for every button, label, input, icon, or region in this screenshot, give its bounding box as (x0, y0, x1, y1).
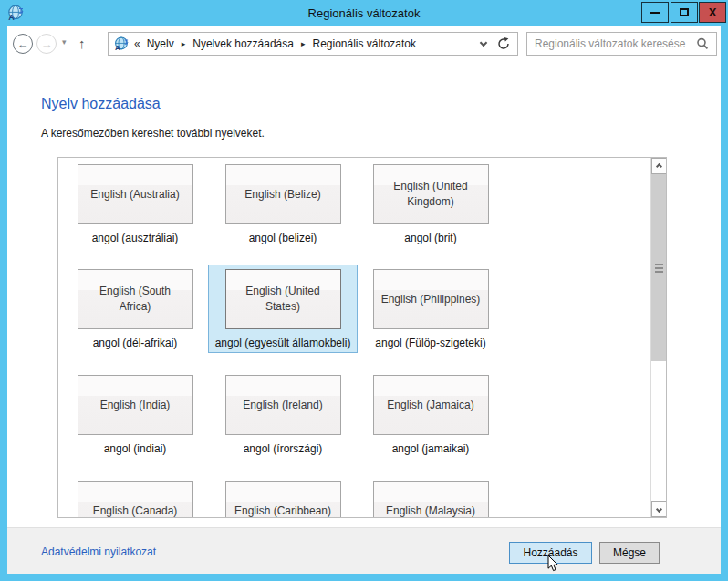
language-tile-label: English (United Kingdom) (380, 179, 483, 210)
forward-button[interactable]: → (36, 34, 57, 54)
language-caption: angol (írországi) (208, 442, 358, 455)
language-tile-label: English (Belize) (244, 187, 320, 202)
window-border-bottom (0, 574, 728, 581)
language-tile-label: English (India) (100, 398, 171, 413)
language-tile[interactable]: English (United Kingdom) (373, 164, 489, 224)
language-caption: angol (Fülöp-szigeteki) (356, 337, 505, 349)
language-tile[interactable]: English (Ireland) (225, 375, 341, 435)
language-cell[interactable]: English (United Kingdom)angol (brit) (356, 160, 505, 248)
page-title: Nyelv hozzáadása (41, 96, 161, 112)
language-cell[interactable]: English (Ireland)angol (írországi) (208, 370, 358, 459)
window-title: Regionális változatok (0, 0, 728, 26)
language-tile-label: English (Ireland) (243, 398, 322, 413)
language-tile-label: English (Caribbean) (234, 503, 331, 518)
language-tile-label: English (Malaysia) (386, 503, 475, 518)
language-caption: angol (egyesült államokbeli) (209, 337, 357, 349)
maximize-icon (680, 8, 689, 16)
language-cell[interactable]: English (Malaysia) (356, 476, 505, 518)
scrollbar-grip-icon (655, 271, 663, 273)
language-cell[interactable]: English (Canada) (60, 476, 210, 518)
language-caption: angol (ausztráliai) (60, 232, 210, 244)
language-caption: angol (belizei) (208, 232, 358, 244)
chevron-down-icon (656, 505, 662, 512)
language-caption: angol (brit) (356, 232, 505, 244)
window-border-right (721, 26, 728, 581)
language-cell[interactable]: English (Caribbean) (208, 476, 358, 518)
dialog-window: A Regionális változatok X ← → ▾ ↑ A « Ny… (0, 0, 728, 581)
language-tile-label: English (Australia) (90, 187, 179, 202)
breadcrumb-item-nyelvek-hozzaadasa[interactable]: Nyelvek hozzáadása (192, 37, 294, 50)
scroll-down-button[interactable] (651, 501, 667, 517)
privacy-statement-link[interactable]: Adatvédelmi nyilatkozat (41, 545, 156, 558)
language-tile-label: English (South Africa) (84, 284, 187, 315)
language-caption: angol (dél-afrikai) (60, 337, 210, 349)
address-globe-icon: A (114, 36, 129, 51)
address-bar[interactable]: A « Nyelv ▸ Nyelvek hozzáadása ▸ Regioná… (108, 32, 518, 56)
language-tile[interactable]: English (Canada) (78, 481, 193, 518)
window-border-left (0, 26, 7, 581)
vertical-scrollbar[interactable] (650, 158, 666, 517)
language-tile-label: English (Canada) (93, 503, 178, 518)
minimize-button[interactable] (641, 2, 669, 23)
language-tile[interactable]: English (Australia) (78, 164, 193, 224)
page-subtitle: A keresőmezőben kereshet további nyelvek… (41, 127, 265, 140)
language-tile[interactable]: English (Jamaica) (373, 375, 489, 435)
language-caption: angol (indiai) (60, 442, 210, 455)
language-cell[interactable]: English (Australia)angol (ausztráliai) (60, 160, 210, 248)
footer-bar: Adatvédelmi nyilatkozat Hozzáadás Mégse (7, 527, 721, 574)
refresh-icon[interactable] (497, 37, 510, 50)
breadcrumb-collapse-chevrons[interactable]: « (134, 37, 140, 50)
language-cell[interactable]: English (India)angol (indiai) (60, 370, 210, 459)
language-tile[interactable]: English (United States) (225, 269, 341, 329)
search-icon[interactable] (696, 37, 709, 50)
mouse-cursor (547, 555, 559, 572)
scroll-up-button[interactable] (651, 158, 667, 174)
language-caption: angol (jamaikai) (356, 442, 505, 455)
address-dropdown-icon[interactable] (480, 39, 487, 47)
breadcrumb-item-regionalis-valtozatok[interactable]: Regionális változatok (313, 37, 416, 50)
language-tile-label: English (Jamaica) (387, 398, 473, 413)
language-tile[interactable]: English (India) (78, 375, 193, 435)
scrollbar-grip-icon (655, 267, 663, 269)
breadcrumb-separator-icon: ▸ (182, 39, 186, 48)
language-tile-label: English (Philippines) (381, 292, 481, 307)
maximize-button[interactable] (671, 2, 698, 23)
language-tile[interactable]: English (Caribbean) (225, 481, 341, 518)
svg-text:A: A (115, 44, 120, 51)
close-icon: X (709, 6, 717, 18)
breadcrumb-separator-icon: ▸ (301, 39, 306, 48)
language-cell[interactable]: English (South Africa)angol (dél-afrikai… (60, 265, 210, 353)
history-dropdown-icon[interactable]: ▾ (62, 37, 67, 47)
title-bar: A Regionális változatok X (0, 0, 728, 26)
language-listbox: English (Australia)angol (ausztráliai)En… (57, 157, 667, 518)
up-button[interactable]: ↑ (78, 36, 86, 51)
language-cell[interactable]: English (Belize)angol (belizei) (208, 160, 358, 248)
scrollbar-grip-icon (655, 264, 663, 265)
language-tile-label: English (United States) (232, 284, 335, 315)
language-cell[interactable]: English (United States)angol (egyesült á… (208, 265, 358, 353)
breadcrumb-item-nyelv[interactable]: Nyelv (147, 37, 174, 50)
cancel-button[interactable]: Mégse (599, 542, 660, 564)
language-tile[interactable]: English (South Africa) (78, 269, 193, 329)
navigation-bar: ← → ▾ ↑ A « Nyelv ▸ Nyelvek hozzáadása ▸… (7, 26, 721, 62)
scrollbar-thumb[interactable] (651, 174, 667, 361)
language-tile[interactable]: English (Malaysia) (373, 481, 489, 518)
language-tile[interactable]: English (Philippines) (373, 269, 489, 329)
back-button[interactable]: ← (13, 34, 33, 54)
search-input[interactable] (535, 37, 691, 50)
language-cell[interactable]: English (Philippines)angol (Fülöp-sziget… (356, 265, 505, 353)
search-box[interactable] (526, 32, 717, 56)
language-cell[interactable]: English (Jamaica)angol (jamaikai) (356, 370, 505, 459)
close-button[interactable]: X (699, 2, 726, 23)
minimize-icon (650, 12, 660, 14)
language-grid: English (Australia)angol (ausztráliai)En… (58, 158, 650, 517)
chevron-up-icon (656, 162, 662, 169)
language-tile[interactable]: English (Belize) (225, 164, 341, 224)
